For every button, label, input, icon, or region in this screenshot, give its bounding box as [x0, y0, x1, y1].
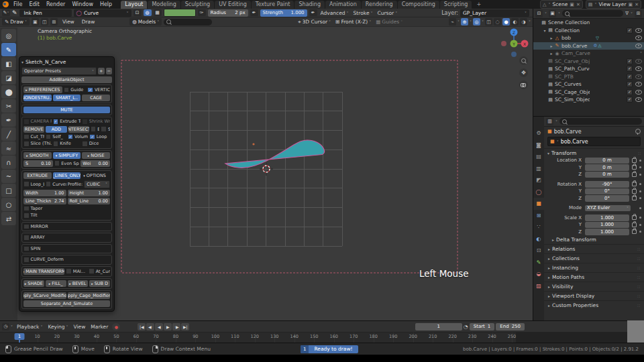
fade-layers-icon[interactable]: ⊞: [50, 18, 58, 25]
field-height[interactable]: Height1.00: [68, 190, 111, 196]
properties-tab-output[interactable]: ▤: [533, 151, 544, 163]
checkbox-vertic[interactable]: ✓VERTIC..: [87, 87, 110, 93]
panel-button-options[interactable]: ▾OPTIONS: [82, 172, 110, 179]
hide-eye-icon[interactable]: [635, 44, 642, 48]
panel-header[interactable]: ▾ Sketch_N_Carve: [21, 58, 112, 66]
menu-edit[interactable]: Edit: [25, 0, 43, 9]
timeline-menu-view[interactable]: View: [71, 324, 89, 330]
delta-transform-panel[interactable]: ▸ Delta Transform: [544, 235, 644, 244]
hide-eye-icon[interactable]: [635, 28, 642, 33]
field-width[interactable]: Width1.00: [23, 190, 66, 196]
checkbox-loop[interactable]: ✓Loop: [89, 134, 110, 140]
jump-end-icon[interactable]: ▶|: [181, 323, 189, 330]
properties-tab-render[interactable]: ◙: [533, 139, 544, 152]
outliner-item-sc-cage-objects[interactable]: ▤SC_Cage_Objects✓: [533, 88, 644, 97]
tool-circle-icon[interactable]: ○: [1, 198, 16, 211]
outliner-item-bob-carve[interactable]: ▸✎bob.Carve⚙◬: [533, 42, 644, 50]
checkbox-e[interactable]: E..: [91, 126, 100, 132]
outliner-item-cam-carve[interactable]: ▸◉Cam_Carve˅: [533, 50, 644, 58]
panel-button-main-transform[interactable]: ▸MAIN TRANSFORM: [23, 268, 64, 275]
value-field-rotation-x[interactable]: -90°: [585, 181, 629, 188]
panel-button-apply-cage-modifiers[interactable]: Apply_Cage_Modifiers: [68, 292, 111, 299]
breadcrumb-object[interactable]: bob.Carve: [554, 129, 582, 135]
multiframe-toggle-icon[interactable]: ◫: [41, 18, 48, 25]
field-wei[interactable]: Wei0.00: [80, 160, 110, 167]
pivot-dropdown[interactable]: ⌖3D Cursor˅: [297, 19, 332, 25]
scene-selector[interactable]: △ ˅ Scene ▣ ✕: [540, 0, 583, 9]
hide-eye-icon[interactable]: [635, 90, 642, 95]
collection-checkbox[interactable]: ✓: [627, 58, 633, 64]
collection-checkbox[interactable]: ✓: [627, 66, 633, 72]
panel-button-apply-scarve-modifiers[interactable]: Apply_SCarve_Modifiers: [23, 292, 66, 299]
add-workspace-button[interactable]: +: [472, 1, 485, 9]
pin-icon[interactable]: [635, 129, 641, 134]
hide-eye-icon[interactable]: [635, 36, 642, 40]
checkbox-loop-li[interactable]: Loop_Li...: [23, 181, 44, 187]
lock-open-icon[interactable]: [632, 229, 637, 234]
tab-texture-paint[interactable]: Texture Paint: [252, 1, 294, 9]
lock-open-icon[interactable]: [632, 165, 637, 170]
brush-preview-dropdown[interactable]: ✎˅: [2, 9, 10, 16]
panel-button-lines-only[interactable]: _LINES_ONLY: [53, 172, 81, 179]
panel-custom-properties[interactable]: ▸Custom Properties∷: [544, 300, 644, 310]
shading-wireframe-icon[interactable]: ◌: [494, 18, 501, 25]
draw-menu[interactable]: Draw: [79, 19, 98, 25]
checkbox-spin[interactable]: SPIN: [23, 246, 110, 252]
vertex-color-icon[interactable]: ▦: [154, 9, 162, 16]
lock-open-icon[interactable]: [632, 172, 637, 177]
editor-type-icon[interactable]: ▥: [546, 118, 553, 125]
panel-button-item[interactable]: −: [106, 68, 112, 74]
checkbox-mai[interactable]: MAI...: [66, 268, 87, 274]
value-field-z[interactable]: 1.000: [585, 229, 629, 235]
panel-button-fill[interactable]: ▸FILL_: [46, 280, 66, 287]
view-menu[interactable]: View: [60, 19, 77, 25]
camera-view-icon[interactable]: [519, 80, 528, 89]
menu-file[interactable]: File: [10, 0, 25, 9]
properties-tab-tool[interactable]: ⚙: [533, 127, 544, 139]
checkbox-shrink-wrap[interactable]: Shrink Wrap: [82, 119, 110, 125]
filter-funnel-icon[interactable]: ∇: [625, 11, 629, 16]
checkbox-self[interactable]: Self_: [46, 134, 66, 140]
tool-cutter-icon[interactable]: ✂: [1, 99, 16, 113]
prev-keyframe-icon[interactable]: ◀·: [146, 323, 154, 330]
hide-eye-icon[interactable]: [635, 59, 642, 64]
panel-relations[interactable]: ▸Relations∷: [544, 244, 644, 253]
checkbox-at-cursor[interactable]: At_Cursor: [89, 268, 110, 274]
zoom-icon[interactable]: [519, 56, 528, 65]
editor-type-clock-icon[interactable]: ◷: [2, 323, 9, 330]
menu-help[interactable]: Help: [97, 0, 115, 9]
panel-button-shade[interactable]: ▸SHADE: [23, 280, 44, 287]
outliner-filter-obj-icon[interactable]: ▣: [549, 10, 556, 17]
outliner-item-sc-carve-objects[interactable]: ▤SC_Carve_Objects✓: [533, 58, 644, 66]
outliner-item-sc-sim-objects[interactable]: ▤SC_Sim_Objects✓: [533, 96, 644, 104]
material-mode-icon[interactable]: ◍: [144, 9, 152, 16]
screen-icon[interactable]: ⊡: [133, 9, 142, 16]
panel-button-nondestru[interactable]: NONDESTRU...: [23, 95, 52, 101]
stylus-pressure-icon[interactable]: ✒: [250, 9, 258, 16]
checkbox-curves[interactable]: Curves: [46, 181, 66, 187]
auto-key-record-icon[interactable]: ●: [112, 323, 120, 330]
properties-tab-constraints[interactable]: ⊡: [533, 245, 544, 257]
material-selector[interactable]: ◯ Curve ˅: [74, 9, 131, 17]
panel-button-smart-l[interactable]: SMART_L..: [53, 95, 81, 101]
lock-open-icon[interactable]: [632, 158, 637, 163]
checkbox-mirror[interactable]: MIRROR: [23, 224, 110, 230]
animate-dot-icon[interactable]: [639, 183, 641, 185]
value-field-y[interactable]: 0 m: [585, 164, 629, 171]
play-reverse-icon[interactable]: ◀: [155, 323, 163, 330]
properties-tab-world[interactable]: ◯: [533, 186, 544, 198]
properties-tab-object[interactable]: ■: [533, 198, 544, 210]
field-roll-line[interactable]: Roll_Line0.00: [68, 198, 111, 204]
view-layer-selector[interactable]: ▤ ˅ View Layer ▣ ✕: [586, 0, 641, 9]
dropdown-operator-presets[interactable]: Operator Presets˅: [21, 67, 97, 75]
hide-eye-icon[interactable]: [635, 82, 642, 86]
properties-tab-scene[interactable]: ◩: [533, 174, 544, 186]
panel-button-bevel[interactable]: ▸BEVEL: [68, 280, 89, 287]
tab-layout[interactable]: Layout: [121, 1, 147, 9]
asset-search-input[interactable]: [164, 19, 212, 25]
mode-dropdown[interactable]: ✎ Draw ˅: [2, 18, 30, 25]
stroke-dropdown[interactable]: Stroke˅: [352, 10, 374, 16]
chevron-down-icon[interactable]: ˅: [640, 51, 642, 56]
lock-open-icon[interactable]: [632, 223, 637, 227]
checkbox-dice[interactable]: Dice: [82, 141, 110, 147]
